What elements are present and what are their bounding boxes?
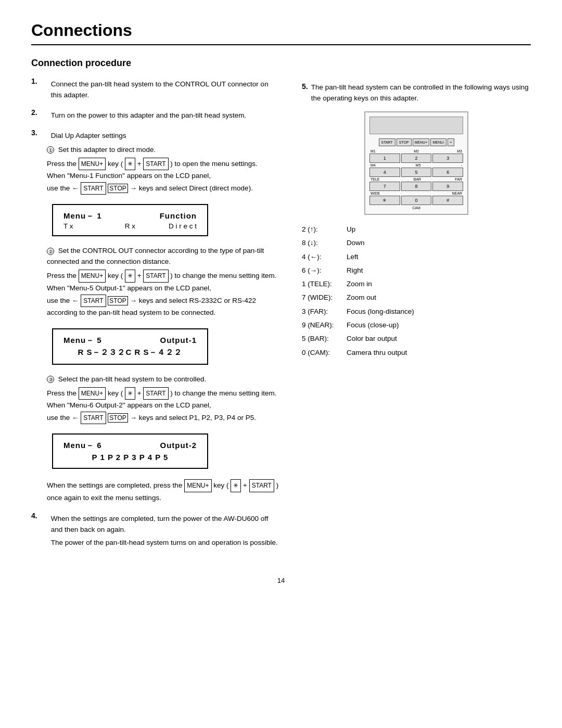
step3-num: 3. xyxy=(31,129,37,142)
step1-num: 1. xyxy=(31,77,37,101)
menu-plus-key-3: MENU+ xyxy=(79,387,106,400)
numpad-row3: 7 8 9 xyxy=(369,182,463,191)
sub-step-1: ① Set this adapter to direct mode. Press… xyxy=(47,145,281,195)
key-item-key: 7 (WIDE): xyxy=(302,291,343,304)
menu-plus-key-2: MENU+ xyxy=(79,270,106,282)
key-item-desc: Down xyxy=(347,237,365,249)
start-key-arrow-3: START xyxy=(81,412,106,424)
key-5: 5 xyxy=(401,168,432,177)
tele-far-labels: TELE BAR FAR xyxy=(369,177,463,181)
wide-near-labels: WIDE NEAR xyxy=(369,191,463,195)
m3-label: M3 xyxy=(457,149,462,153)
menubox1-row1-left: Menu－ 1 xyxy=(63,211,130,221)
key-2: 2 xyxy=(401,154,432,163)
cam-label-container: CAM xyxy=(369,206,463,210)
exit-star-key: ✳ xyxy=(231,479,241,492)
step2-text: Turn on the power to this adapter and th… xyxy=(51,110,246,121)
tele-label: TELE xyxy=(371,177,380,181)
menubox3-row2: P 1 P 2 P 3 P 4 P 5 xyxy=(92,453,169,462)
sub2-line5: use the ← xyxy=(47,297,79,304)
menu-minus-btn: MENU- xyxy=(430,138,446,146)
m1-label: M1 xyxy=(371,149,376,153)
menu-box-3: Menu－ 6 Output-2 P 1 P 2 P 3 P 4 P 5 xyxy=(47,428,281,474)
key-item-key: 6 (→): xyxy=(302,264,343,277)
exit-plus: + xyxy=(243,481,247,489)
stop-btn: STOP xyxy=(397,138,412,146)
sub2-plus: + xyxy=(137,272,142,279)
key-item-key: 3 (FAR): xyxy=(302,305,343,318)
menubox1-row1-right: Function xyxy=(130,211,197,221)
sub1-line7: → keys and select Direct (direct mode). xyxy=(130,184,253,192)
exit-line: When the settings are completed, press t… xyxy=(47,479,281,504)
bar-label: BAR xyxy=(414,177,421,181)
dash-label: - xyxy=(461,163,462,167)
step-3: 3. Dial Up Adapter settings ① Set this a… xyxy=(31,129,281,504)
key-8: 8 xyxy=(401,182,432,191)
star-key-3: ✳ xyxy=(125,387,135,400)
key-item-key: 8 (↓): xyxy=(302,237,343,249)
key-list-item: 9 (NEAR):Focus (close-up) xyxy=(302,319,531,331)
sub2-line4: When "Menu-5 Output-1" appears on the LC… xyxy=(47,284,211,292)
key-list-item: 7 (WIDE):Zoom out xyxy=(302,291,531,304)
menubox2-row2: R S－２３２C R S－４２２ xyxy=(78,348,182,356)
m4-label: M4 xyxy=(371,163,376,167)
key-list-item: 5 (BAR):Color bar output xyxy=(302,333,531,345)
start-key-2: START xyxy=(143,270,168,282)
device-diagram-container: START STOP MENU+ MENU- + M1 M2 M3 1 2 3 xyxy=(302,111,531,215)
sub2-line2: key ( xyxy=(108,272,123,279)
circle-2: ② xyxy=(47,248,54,255)
star-key-2: ✳ xyxy=(125,270,135,282)
m2-label: M2 xyxy=(414,149,419,153)
numpad-labels-top: M1 M2 M3 xyxy=(369,149,463,153)
sub3-line4: When "Menu-6 Output-2" appears on the LC… xyxy=(47,401,211,409)
numpad-row1: 1 2 3 xyxy=(369,154,463,163)
menubox2-row1-right: Output-1 xyxy=(130,336,197,346)
key-item-desc: Up xyxy=(347,223,355,236)
circle-1: ① xyxy=(47,146,54,154)
step-2: 2. Turn on the power to this adapter and… xyxy=(31,108,281,121)
key-item-desc: Focus (long-distance) xyxy=(347,305,414,318)
sub2-line3: ) to change the menu setting item. xyxy=(170,272,276,279)
far-label: FAR xyxy=(455,177,462,181)
device-diagram: START STOP MENU+ MENU- + M1 M2 M3 1 2 3 xyxy=(364,111,468,215)
step-5-header: 5. The pan-tilt head system can be contr… xyxy=(302,82,531,104)
key-6: 6 xyxy=(432,168,463,177)
sub1-line2: key ( xyxy=(108,160,123,168)
wide-label: WIDE xyxy=(371,191,380,195)
step2-num: 2. xyxy=(31,108,37,121)
key-list-item: 6 (→):Right xyxy=(302,264,531,277)
page-number: 14 xyxy=(31,577,531,584)
key-item-key: 9 (NEAR): xyxy=(302,319,343,331)
menubox2-row1-left: Menu－ 5 xyxy=(63,336,130,346)
key-0: 0 xyxy=(401,196,432,205)
sub3-line3: ) to change the menu setting item. xyxy=(170,389,276,397)
stop-key-1: STOP xyxy=(108,184,127,193)
numpad-labels-mid: M4 M5 - xyxy=(369,163,463,167)
key-3: 3 xyxy=(432,154,463,163)
sub2-label: Set the CONTROL OUT connector according … xyxy=(47,247,264,265)
sub-step-2: ② Set the CONTROL OUT connector accordin… xyxy=(47,246,281,319)
step4-content: When the settings are completed, turn th… xyxy=(51,514,281,548)
step-4: 4. When the settings are completed, turn… xyxy=(31,512,281,548)
near-label: NEAR xyxy=(452,191,462,195)
key-item-key: 2 (↑): xyxy=(302,223,343,236)
menu-plus-key-1: MENU+ xyxy=(79,158,106,170)
sub-step-3: ③ Select the pan-tilt head system to be … xyxy=(47,374,281,425)
key-item-desc: Focus (close-up) xyxy=(347,319,399,331)
sub1-line3: ) to open the menu settings. xyxy=(170,160,257,168)
sub2-line1: Press the xyxy=(47,272,76,279)
start-btn: START xyxy=(379,138,395,146)
step3-label: Dial Up Adapter settings xyxy=(51,131,126,142)
key-item-desc: Right xyxy=(347,264,363,277)
key-9: 9 xyxy=(432,182,463,191)
device-top-buttons: START STOP MENU+ MENU- + xyxy=(369,138,463,146)
key-item-key: 0 (CAM): xyxy=(302,347,343,359)
m5-label: M5 xyxy=(416,163,421,167)
sub1-line1: Press the xyxy=(47,160,76,168)
sub3-plus: + xyxy=(137,389,142,397)
key-star: ✳ xyxy=(369,196,400,205)
key-item-desc: Color bar output xyxy=(347,333,397,345)
sub1-label: Set this adapter to direct mode. xyxy=(58,146,156,154)
key-item-key: 1 (TELE): xyxy=(302,278,343,290)
numpad-row4: ✳ 0 # xyxy=(369,196,463,205)
